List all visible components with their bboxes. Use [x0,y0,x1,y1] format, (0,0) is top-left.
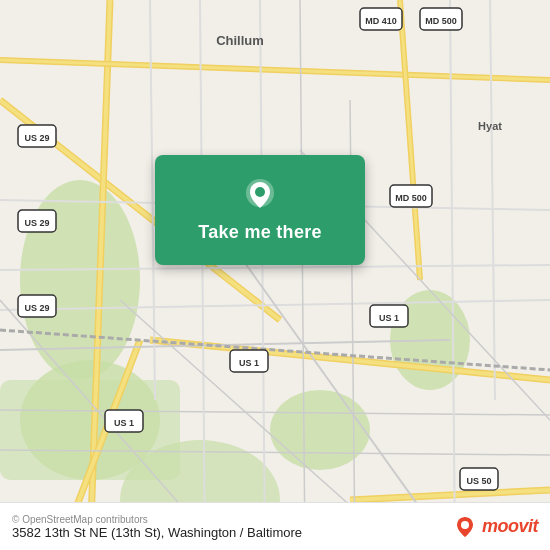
svg-text:Chillum: Chillum [216,33,264,48]
svg-text:US 29: US 29 [24,133,49,143]
bottom-bar-left: © OpenStreetMap contributors 3582 13th S… [12,513,302,540]
svg-text:US 1: US 1 [239,358,259,368]
map-container: US 29 US 29 US 29 MD 410 MD 500 MD 500 U… [0,0,550,550]
moovit-logo: moovit [453,515,538,539]
svg-text:US 29: US 29 [24,218,49,228]
map-svg: US 29 US 29 US 29 MD 410 MD 500 MD 500 U… [0,0,550,550]
moovit-pin-icon [453,515,477,539]
svg-text:MD 500: MD 500 [395,193,427,203]
svg-text:US 1: US 1 [114,418,134,428]
svg-text:MD 410: MD 410 [365,16,397,26]
svg-text:US 29: US 29 [24,303,49,313]
bottom-bar: © OpenStreetMap contributors 3582 13th S… [0,502,550,550]
svg-text:MD 500: MD 500 [425,16,457,26]
svg-point-3 [270,390,370,470]
svg-text:US 1: US 1 [379,313,399,323]
address-text: 3582 13th St NE (13th St), Washington / … [12,525,302,540]
moovit-text: moovit [482,516,538,537]
osm-credit: © OpenStreetMap contributors [12,514,302,525]
map-background: US 29 US 29 US 29 MD 410 MD 500 MD 500 U… [0,0,550,550]
svg-text:Hyat: Hyat [478,120,502,132]
svg-point-62 [255,187,265,197]
take-me-there-card[interactable]: Take me there [155,155,365,265]
take-me-there-label: Take me there [198,222,322,243]
location-pin-icon [242,178,278,214]
svg-point-63 [461,521,469,529]
svg-text:US 50: US 50 [466,476,491,486]
